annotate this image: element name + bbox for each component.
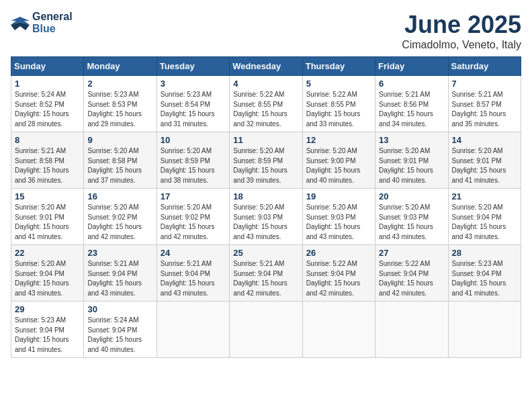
cell-info: Sunrise: 5:20 AMSunset: 8:58 PMDaylight:… <box>87 146 152 185</box>
cell-info: Sunrise: 5:24 AMSunset: 9:04 PMDaylight:… <box>87 316 152 355</box>
sunset-text: Sunset: 8:55 PM <box>306 101 356 108</box>
sunset-text: Sunset: 9:04 PM <box>87 326 137 334</box>
daylight-text: Daylight: 15 hours <box>306 223 361 230</box>
calendar-cell: 8Sunrise: 5:21 AMSunset: 8:58 PMDaylight… <box>11 132 84 189</box>
sunrise-text: Sunrise: 5:20 AM <box>233 203 284 211</box>
day-number: 28 <box>452 248 517 258</box>
sunset-text: Sunset: 9:04 PM <box>306 270 356 277</box>
sunrise-text: Sunrise: 5:23 AM <box>87 91 138 98</box>
daylight-text: Daylight: 15 hours <box>379 279 433 287</box>
sunset-text: Sunset: 9:04 PM <box>87 270 137 277</box>
daylight-text2: and 40 minutes. <box>379 177 427 184</box>
calendar-cell: 25Sunrise: 5:21 AMSunset: 9:04 PMDayligh… <box>230 245 302 302</box>
daylight-text2: and 36 minutes. <box>15 177 62 184</box>
cell-info: Sunrise: 5:20 AMSunset: 9:03 PMDaylight:… <box>233 203 298 242</box>
cell-info: Sunrise: 5:20 AMSunset: 9:04 PMDaylight:… <box>452 203 517 242</box>
day-number: 22 <box>15 248 80 258</box>
sunrise-text: Sunrise: 5:20 AM <box>87 147 138 154</box>
calendar-cell: 6Sunrise: 5:21 AMSunset: 8:56 PMDaylight… <box>375 76 448 132</box>
daylight-text: Daylight: 15 hours <box>233 167 287 174</box>
daylight-text: Daylight: 15 hours <box>87 279 142 287</box>
sunrise-text: Sunrise: 5:21 AM <box>452 91 503 98</box>
sunrise-text: Sunrise: 5:20 AM <box>452 147 503 154</box>
day-number: 15 <box>15 191 80 201</box>
sunset-text: Sunset: 9:04 PM <box>233 270 283 277</box>
daylight-text2: and 41 minutes. <box>15 346 62 353</box>
daylight-text: Daylight: 15 hours <box>452 279 506 287</box>
day-number: 29 <box>15 304 80 314</box>
location: Cimadolmo, Veneto, Italy <box>402 39 521 51</box>
calendar-cell: 15Sunrise: 5:20 AMSunset: 9:01 PMDayligh… <box>11 189 84 245</box>
weekday-header-saturday: Saturday <box>448 57 521 76</box>
daylight-text: Daylight: 15 hours <box>379 110 433 118</box>
daylight-text2: and 41 minutes. <box>452 177 500 184</box>
cell-info: Sunrise: 5:20 AMSunset: 9:01 PMDaylight:… <box>379 146 444 185</box>
logo-text: General Blue <box>32 11 73 35</box>
sunset-text: Sunset: 8:59 PM <box>161 157 210 165</box>
day-number: 8 <box>15 135 80 145</box>
daylight-text: Daylight: 15 hours <box>87 223 142 230</box>
page-header: General Blue June 2025 Cimadolmo, Veneto… <box>11 11 521 51</box>
calendar-cell <box>157 302 229 358</box>
cell-info: Sunrise: 5:22 AMSunset: 8:55 PMDaylight:… <box>306 90 371 129</box>
daylight-text: Daylight: 15 hours <box>15 167 69 174</box>
daylight-text: Daylight: 15 hours <box>161 167 215 174</box>
daylight-text2: and 31 minutes. <box>161 120 208 128</box>
daylight-text: Daylight: 15 hours <box>15 279 69 287</box>
daylight-text: Daylight: 15 hours <box>379 167 433 174</box>
daylight-text2: and 43 minutes. <box>161 289 208 297</box>
calendar-week-row: 1Sunrise: 5:24 AMSunset: 8:52 PMDaylight… <box>11 76 521 132</box>
sunrise-text: Sunrise: 5:23 AM <box>161 91 212 98</box>
sunrise-text: Sunrise: 5:23 AM <box>15 316 66 324</box>
day-number: 21 <box>452 191 517 201</box>
daylight-text: Daylight: 15 hours <box>452 167 506 174</box>
calendar-cell: 26Sunrise: 5:22 AMSunset: 9:04 PMDayligh… <box>302 245 375 302</box>
sunrise-text: Sunrise: 5:21 AM <box>379 91 430 98</box>
sunrise-text: Sunrise: 5:21 AM <box>161 260 212 267</box>
daylight-text2: and 42 minutes. <box>161 233 208 240</box>
sunset-text: Sunset: 9:04 PM <box>15 326 64 334</box>
sunset-text: Sunset: 9:01 PM <box>15 214 64 221</box>
calendar-week-row: 8Sunrise: 5:21 AMSunset: 8:58 PMDaylight… <box>11 132 521 189</box>
day-number: 7 <box>452 79 517 89</box>
sunrise-text: Sunrise: 5:20 AM <box>87 203 138 211</box>
sunrise-text: Sunrise: 5:20 AM <box>161 147 212 154</box>
daylight-text: Daylight: 15 hours <box>306 167 361 174</box>
day-number: 19 <box>306 191 371 201</box>
daylight-text2: and 40 minutes. <box>87 346 135 353</box>
sunset-text: Sunset: 8:58 PM <box>15 157 64 165</box>
cell-info: Sunrise: 5:20 AMSunset: 9:01 PMDaylight:… <box>15 203 80 242</box>
cell-info: Sunrise: 5:21 AMSunset: 9:04 PMDaylight:… <box>87 259 152 298</box>
sunrise-text: Sunrise: 5:20 AM <box>452 203 503 211</box>
calendar-header-row: SundayMondayTuesdayWednesdayThursdayFrid… <box>11 57 521 76</box>
sunrise-text: Sunrise: 5:20 AM <box>306 147 357 154</box>
calendar-table: SundayMondayTuesdayWednesdayThursdayFrid… <box>11 56 521 358</box>
calendar-cell: 27Sunrise: 5:22 AMSunset: 9:04 PMDayligh… <box>375 245 448 302</box>
sunrise-text: Sunrise: 5:22 AM <box>306 91 357 98</box>
calendar-cell: 3Sunrise: 5:23 AMSunset: 8:54 PMDaylight… <box>157 76 229 132</box>
sunrise-text: Sunrise: 5:20 AM <box>15 203 66 211</box>
cell-info: Sunrise: 5:22 AMSunset: 9:04 PMDaylight:… <box>306 259 371 298</box>
calendar-cell: 20Sunrise: 5:20 AMSunset: 9:03 PMDayligh… <box>375 189 448 245</box>
weekday-header-friday: Friday <box>375 57 448 76</box>
calendar-cell <box>375 302 448 358</box>
calendar-cell: 17Sunrise: 5:20 AMSunset: 9:02 PMDayligh… <box>157 189 229 245</box>
day-number: 9 <box>87 135 152 145</box>
daylight-text: Daylight: 15 hours <box>306 279 361 287</box>
calendar-cell <box>302 302 375 358</box>
daylight-text: Daylight: 15 hours <box>87 167 142 174</box>
daylight-text: Daylight: 15 hours <box>161 110 215 118</box>
sunrise-text: Sunrise: 5:24 AM <box>87 316 138 324</box>
sunset-text: Sunset: 9:01 PM <box>452 157 502 165</box>
daylight-text2: and 42 minutes. <box>233 289 281 297</box>
daylight-text2: and 33 minutes. <box>306 120 354 128</box>
day-number: 5 <box>306 79 371 89</box>
cell-info: Sunrise: 5:21 AMSunset: 9:04 PMDaylight:… <box>233 259 298 298</box>
daylight-text2: and 38 minutes. <box>161 177 208 184</box>
sunset-text: Sunset: 9:03 PM <box>233 214 283 221</box>
day-number: 14 <box>452 135 517 145</box>
calendar-cell: 29Sunrise: 5:23 AMSunset: 9:04 PMDayligh… <box>11 302 84 358</box>
daylight-text: Daylight: 15 hours <box>233 223 287 230</box>
calendar-cell: 22Sunrise: 5:20 AMSunset: 9:04 PMDayligh… <box>11 245 84 302</box>
logo: General Blue <box>11 11 73 35</box>
